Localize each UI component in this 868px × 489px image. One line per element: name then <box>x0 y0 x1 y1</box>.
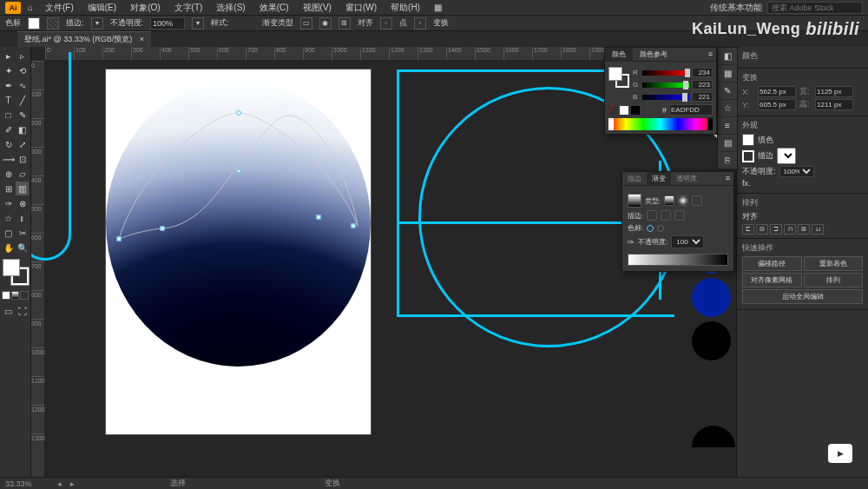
tab-transparency[interactable]: 透明度 <box>671 172 702 185</box>
x-input[interactable] <box>758 86 796 97</box>
w-input[interactable] <box>815 86 853 97</box>
rectangle-tool[interactable]: □ <box>2 108 15 122</box>
mesh-tool[interactable]: ⊞ <box>2 182 15 195</box>
align-left-icon[interactable]: ⊏ <box>742 224 754 235</box>
nav-next-icon[interactable]: ▸ <box>70 479 75 488</box>
b-slider[interactable] <box>642 95 689 100</box>
scale-tool[interactable]: ⤢ <box>16 137 29 151</box>
point-mode-icon[interactable] <box>647 225 654 232</box>
brush-tool[interactable]: ✎ <box>16 108 29 122</box>
libraries-icon[interactable]: ▦ <box>718 65 737 83</box>
gradient-tool[interactable]: ▥ <box>16 182 29 195</box>
artboard-tool[interactable]: ▢ <box>2 226 15 240</box>
menu-window[interactable]: 窗口(W) <box>340 0 382 16</box>
linear-grad-icon[interactable] <box>664 195 674 206</box>
layers-icon[interactable]: ≡ <box>718 117 737 135</box>
cyan-shape-left[interactable] <box>31 52 71 261</box>
h-input[interactable] <box>815 99 853 110</box>
menu-edit[interactable]: 编辑(E) <box>82 0 122 16</box>
y-input[interactable] <box>758 99 796 110</box>
shaper-tool[interactable]: ✐ <box>2 122 15 136</box>
slice-tool[interactable]: ✂ <box>16 226 29 240</box>
stroke-swatch[interactable] <box>742 150 754 162</box>
panel-menu-icon[interactable]: ≡ <box>722 172 733 185</box>
none-swatch[interactable]: ╱ <box>608 106 617 115</box>
line-tool[interactable]: ╱ <box>16 93 29 107</box>
close-icon[interactable]: × <box>140 35 144 43</box>
fill-swatch[interactable] <box>742 134 754 146</box>
g-slider[interactable] <box>642 83 689 88</box>
anchor-point-selected[interactable] <box>237 169 241 174</box>
line-mode-icon[interactable] <box>657 225 664 232</box>
fill-stroke-mini[interactable] <box>608 67 629 88</box>
magic-wand-tool[interactable]: ✦ <box>2 63 15 77</box>
gradient-panel[interactable]: 描边 渐变 透明度 ≡ 类型: 描边: 色标: ✑ 不透明度: 100% <box>621 171 734 272</box>
eyedropper-tool[interactable]: ✑ <box>2 196 15 210</box>
screen-mode-full[interactable]: ⛶ <box>16 304 29 318</box>
fill-stroke-control[interactable] <box>3 259 29 285</box>
stroke-menu-icon[interactable]: ▾ <box>91 17 103 30</box>
tab-gradient[interactable]: 渐变 <box>647 172 671 185</box>
spectrum-bar[interactable] <box>608 118 713 130</box>
color-mode-gradient[interactable] <box>11 291 20 300</box>
anchor-point[interactable] <box>352 224 356 228</box>
hex-input[interactable] <box>669 104 713 116</box>
links-icon[interactable]: ⎘ <box>718 152 737 169</box>
symbol-tool[interactable]: ☆ <box>2 211 15 225</box>
home-icon[interactable]: ⌂ <box>24 2 36 14</box>
screen-mode-normal[interactable]: ▭ <box>2 304 15 318</box>
r-value[interactable]: 234 <box>692 68 713 77</box>
menu-select[interactable]: 选择(S) <box>211 0 250 16</box>
blue-circle-2[interactable] <box>692 278 731 317</box>
symbols-icon[interactable]: ☆ <box>718 100 737 117</box>
stroke-grad-3-icon[interactable] <box>674 210 685 221</box>
style-icon[interactable]: ▾ <box>192 17 204 30</box>
direct-select-tool[interactable]: ▹ <box>16 49 29 63</box>
zoom-level[interactable]: 33.33% <box>5 479 49 488</box>
video-play-icon[interactable] <box>828 444 852 463</box>
radial-grad-icon[interactable] <box>678 195 688 206</box>
grad-freeform-icon[interactable]: ⊞ <box>339 17 351 30</box>
fill-box[interactable] <box>3 259 20 276</box>
tab-color[interactable]: 颜色 <box>605 48 633 62</box>
tab-color-guide[interactable]: 颜色参考 <box>633 48 674 61</box>
artboard[interactable] <box>106 69 371 434</box>
hand-tool[interactable]: ✋ <box>2 241 15 254</box>
menu-file[interactable]: 文件(F) <box>40 0 79 16</box>
cloud-icon[interactable]: ▦ <box>429 1 447 14</box>
pixel-align-button[interactable]: 对齐像素网格 <box>742 273 802 287</box>
stroke-grad-2-icon[interactable] <box>661 210 671 221</box>
align-top-icon[interactable]: ⊓ <box>784 224 796 235</box>
gradient-circle-object[interactable] <box>106 80 371 367</box>
align-icon[interactable]: ◦ <box>380 17 392 30</box>
align-bottom-icon[interactable]: ⊔ <box>812 224 824 235</box>
black-half-circle[interactable] <box>692 426 735 447</box>
rotate-tool[interactable]: ↻ <box>2 137 15 151</box>
stroke-grad-1-icon[interactable] <box>647 210 657 221</box>
color-mode-normal[interactable] <box>2 291 10 300</box>
curvature-tool[interactable]: ∿ <box>16 78 29 92</box>
anchor-point[interactable] <box>117 237 122 241</box>
type-tool[interactable]: T <box>2 93 15 107</box>
arrange-button[interactable]: 排列 <box>804 273 864 287</box>
perspective-tool[interactable]: ▱ <box>16 167 29 181</box>
document-tab[interactable]: 壁纸.ai* @ 33.33% (RGB/预览) × <box>17 31 151 47</box>
search-input[interactable] <box>767 2 863 14</box>
r-slider[interactable] <box>642 70 689 76</box>
g-value[interactable]: 223 <box>692 80 713 89</box>
grad-opacity-select[interactable]: 100% <box>671 235 704 248</box>
blend-tool[interactable]: ⊗ <box>16 196 29 210</box>
color-mode-none[interactable] <box>20 291 29 300</box>
color-panel[interactable]: 颜色 颜色参考 ≡ R 234 G 223 B <box>604 47 717 135</box>
zoom-tool[interactable]: 🔍 <box>16 241 29 254</box>
gradient-swatch[interactable] <box>628 194 641 208</box>
shape-builder-tool[interactable]: ⊕ <box>2 167 15 181</box>
free-transform-tool[interactable]: ⊡ <box>16 152 29 166</box>
b-value[interactable]: 221 <box>692 92 713 102</box>
global-edit-button[interactable]: 启动全局编辑 <box>742 289 863 304</box>
tab-stroke[interactable]: 描边 <box>622 172 647 185</box>
selection-tool[interactable]: ▸ <box>2 49 15 63</box>
stroke-width-select[interactable] <box>777 148 796 164</box>
opacity-input[interactable] <box>150 17 185 30</box>
dot-icon[interactable]: ◦ <box>414 17 426 30</box>
